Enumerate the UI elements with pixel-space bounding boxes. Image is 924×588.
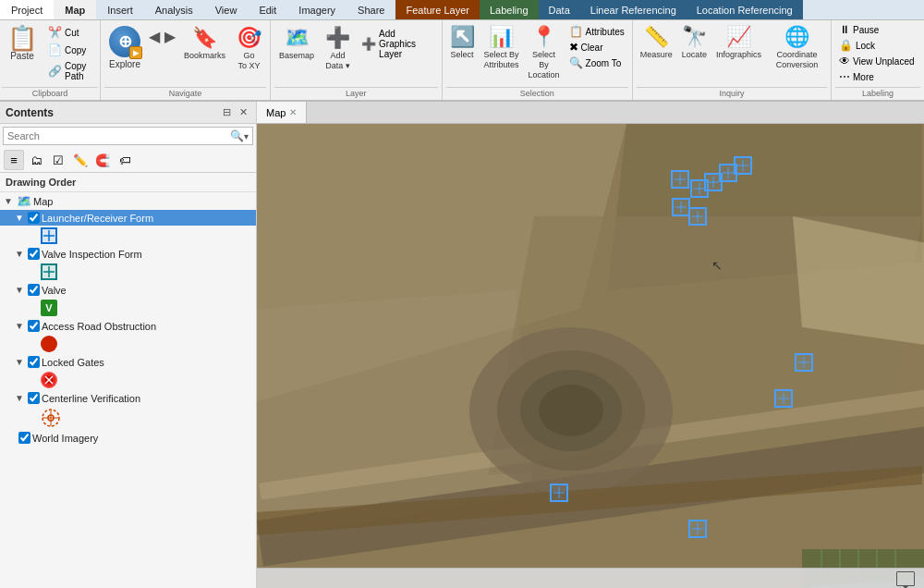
coord-conversion-button[interactable]: 🌐 Coordinate Conversion bbox=[767, 22, 827, 73]
bookmarks-button[interactable]: 🔖 Bookmarks bbox=[179, 22, 230, 64]
tab-imagery[interactable]: Imagery bbox=[287, 0, 346, 19]
map-marker-7[interactable] bbox=[688, 207, 707, 226]
attributes-button[interactable]: 📋 Attributes bbox=[565, 24, 628, 39]
more-icon: ⋯ bbox=[839, 70, 850, 83]
map-marker-1[interactable] bbox=[671, 170, 689, 189]
goto-xy-button[interactable]: 🎯 GoTo XY bbox=[232, 22, 266, 75]
add-data-button[interactable]: ➕ AddData ▾ bbox=[321, 22, 355, 75]
locked-gates-checkbox[interactable] bbox=[28, 356, 40, 368]
map-tab-close-icon[interactable]: ✕ bbox=[289, 107, 297, 117]
tab-data[interactable]: Data bbox=[539, 0, 580, 19]
layer-item-centerline[interactable]: ▼ Centerline Verification bbox=[0, 390, 256, 406]
list-by-editing-button[interactable]: ✏️ bbox=[70, 150, 91, 170]
cut-button[interactable]: ✂️ Cut bbox=[43, 24, 98, 41]
lock-button[interactable]: 🔒 Lock bbox=[835, 38, 920, 53]
map-marker-10[interactable] bbox=[550, 484, 568, 502]
tab-share[interactable]: Share bbox=[346, 0, 395, 19]
list-by-snapping-button[interactable]: 🧲 bbox=[92, 150, 113, 170]
tab-feature-layer[interactable]: Feature Layer bbox=[395, 0, 479, 19]
measure-button[interactable]: 📏 Measure bbox=[637, 22, 676, 62]
access-road-expand-icon: ▼ bbox=[15, 321, 26, 331]
tab-view[interactable]: View bbox=[204, 0, 249, 19]
select-by-loc-button[interactable]: 📍 Select ByLocation bbox=[525, 22, 564, 82]
list-by-selection-button[interactable]: ☑ bbox=[48, 150, 68, 170]
screen-icon[interactable] bbox=[896, 571, 915, 586]
paste-button[interactable]: 📋 Paste bbox=[2, 22, 43, 85]
pause-button[interactable]: ⏸ Pause bbox=[835, 22, 920, 37]
centerline-expand-icon: ▼ bbox=[15, 393, 26, 403]
search-input[interactable] bbox=[7, 130, 230, 141]
layer-item-valve[interactable]: ▼ Valve bbox=[0, 282, 256, 298]
list-by-labeling-button[interactable]: 🏷 bbox=[115, 150, 135, 170]
search-icon[interactable]: 🔍 bbox=[230, 129, 244, 142]
forward-button[interactable]: ▶ bbox=[163, 26, 177, 47]
view-unplaced-button[interactable]: 👁 View Unplaced bbox=[835, 54, 920, 68]
world-imagery-checkbox[interactable] bbox=[18, 432, 30, 444]
lock-icon: 🔒 bbox=[839, 39, 853, 52]
tab-linear-referencing[interactable]: Linear Referencing bbox=[580, 0, 687, 19]
more-button[interactable]: ⋯ More bbox=[835, 69, 920, 84]
map-marker-9[interactable] bbox=[774, 389, 793, 408]
map-marker-6[interactable] bbox=[672, 198, 690, 216]
add-graphics-button[interactable]: ➕ Add Graphics Layer bbox=[357, 26, 437, 62]
access-road-checkbox[interactable] bbox=[28, 320, 40, 332]
valve-form-checkbox[interactable] bbox=[28, 248, 40, 260]
tab-map[interactable]: Map bbox=[54, 0, 96, 19]
goto-label: GoTo XY bbox=[238, 51, 261, 71]
valve-symbol: V bbox=[41, 300, 57, 316]
launcher-symbol-row bbox=[0, 226, 256, 246]
search-dropdown-icon[interactable]: ▾ bbox=[244, 131, 249, 141]
explore-button[interactable]: ⊕ ▶ Explore bbox=[104, 22, 145, 73]
locate-button[interactable]: 🔭 Locate bbox=[678, 22, 711, 62]
layer-label: Layer bbox=[274, 87, 437, 98]
layer-toolbar: ≡ 🗂 ☑ ✏️ 🧲 🏷 bbox=[0, 148, 256, 173]
centerline-checkbox[interactable] bbox=[28, 392, 40, 404]
layer-item-launcher[interactable]: ▼ Launcher/Receiver Form bbox=[0, 210, 256, 226]
map-marker-11[interactable] bbox=[688, 520, 707, 538]
tab-analysis[interactable]: Analysis bbox=[144, 0, 204, 19]
launcher-checkbox[interactable] bbox=[28, 212, 40, 224]
add-graphics-icon: ➕ bbox=[361, 37, 376, 51]
ribbon-content: 📋 Paste ✂️ Cut 📄 Copy bbox=[0, 20, 924, 102]
panel-title: Contents bbox=[6, 106, 54, 119]
tab-labeling[interactable]: Labeling bbox=[480, 0, 539, 19]
select-by-attr-button[interactable]: 📊 Select ByAttributes bbox=[480, 22, 523, 73]
basemap-button[interactable]: 🗺️ Basemap bbox=[274, 22, 319, 64]
access-road-symbol bbox=[41, 336, 57, 352]
zoom-to-button[interactable]: 🔍 Zoom To bbox=[565, 55, 628, 70]
world-imagery-layer-label: World Imagery bbox=[32, 433, 98, 444]
tab-edit[interactable]: Edit bbox=[248, 0, 287, 19]
panel-float-button[interactable]: ⊟ bbox=[220, 105, 234, 119]
infographics-button[interactable]: 📈 Infographics bbox=[712, 22, 765, 62]
layer-item-map[interactable]: ▼ 🗺️ Map bbox=[0, 192, 256, 210]
list-by-drawing-order-button[interactable]: ≡ bbox=[4, 150, 24, 170]
layer-item-access-road[interactable]: ▼ Access Road Obstruction bbox=[0, 318, 256, 334]
bookmarks-label: Bookmarks bbox=[184, 51, 225, 60]
list-by-source-button[interactable]: 🗂 bbox=[26, 150, 46, 170]
clear-button[interactable]: ✖ Clear bbox=[565, 40, 628, 55]
select-icon: ↖️ bbox=[450, 25, 475, 49]
svg-point-31 bbox=[539, 385, 603, 436]
satellite-imagery bbox=[257, 124, 924, 588]
panel-close-button[interactable]: ✕ bbox=[237, 105, 250, 119]
map-marker-5[interactable] bbox=[734, 156, 752, 175]
select-by-loc-label: Select ByLocation bbox=[529, 50, 560, 80]
map-layer-label: Map bbox=[33, 196, 53, 207]
copy-path-button[interactable]: 🔗 Copy Path bbox=[43, 59, 98, 83]
back-button[interactable]: ◀ bbox=[147, 26, 162, 47]
map-tab-active[interactable]: Map ✕ bbox=[257, 102, 307, 123]
copy-button[interactable]: 📄 Copy bbox=[43, 42, 98, 58]
select-button[interactable]: ↖️ Select bbox=[446, 22, 479, 62]
tab-insert[interactable]: Insert bbox=[96, 0, 144, 19]
valve-checkbox[interactable] bbox=[28, 284, 40, 296]
layer-item-locked-gates[interactable]: ▼ Locked Gates bbox=[0, 354, 256, 370]
valve-form-expand-icon: ▼ bbox=[15, 249, 26, 259]
tab-location-referencing[interactable]: Location Referencing bbox=[687, 0, 803, 19]
layer-item-valve-form[interactable]: ▼ Valve Inspection Form bbox=[0, 246, 256, 262]
layer-item-world-imagery[interactable]: World Imagery bbox=[0, 430, 256, 446]
selection-label: Selection bbox=[446, 87, 628, 98]
tab-project[interactable]: Project bbox=[0, 0, 54, 19]
map-marker-8[interactable] bbox=[795, 353, 813, 372]
clear-icon: ✖ bbox=[569, 41, 578, 54]
map-canvas[interactable]: ↖ bbox=[257, 124, 924, 588]
